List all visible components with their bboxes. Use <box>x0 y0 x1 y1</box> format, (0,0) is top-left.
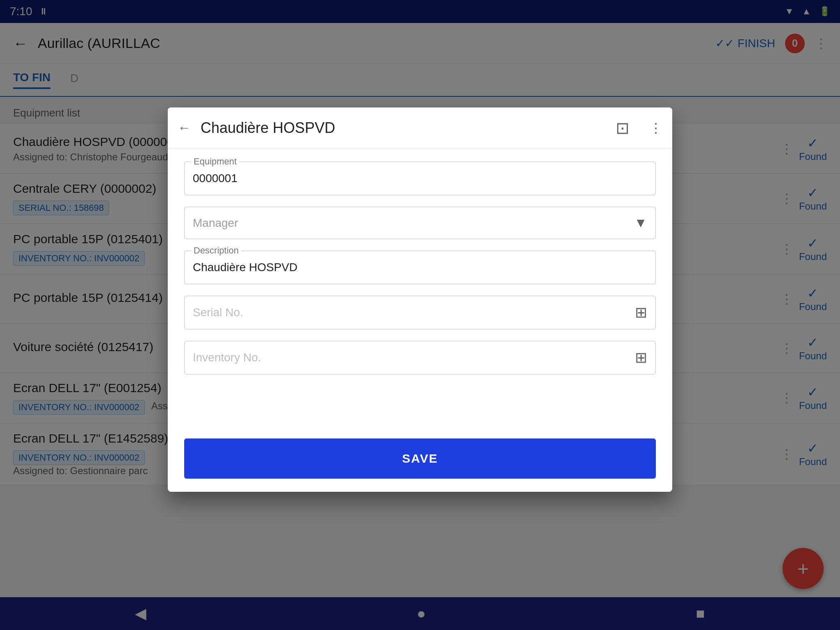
description-input[interactable] <box>185 251 655 284</box>
equipment-label: Equipment <box>191 156 239 167</box>
dialog-back-button[interactable]: ← <box>178 120 191 135</box>
description-field: Description <box>184 251 656 284</box>
equipment-field: Equipment <box>184 162 656 195</box>
barcode-scan-icon[interactable]: ⊞ <box>627 304 655 321</box>
save-button[interactable]: SAVE <box>184 438 656 479</box>
manager-field: Manager ▼ <box>184 207 656 239</box>
serial-no-input[interactable] <box>185 296 627 329</box>
manager-label: Manager <box>193 217 634 230</box>
serial-no-field: ⊞ <box>184 296 656 329</box>
equipment-input[interactable] <box>185 162 655 195</box>
barcode-scan-icon-2[interactable]: ⊞ <box>627 349 655 366</box>
inventory-no-input[interactable] <box>185 341 627 374</box>
equipment-dialog: ← Chaudière HOSPVD ⊡ ⋮ Equipment Manager… <box>168 107 672 492</box>
spacer <box>184 386 656 419</box>
description-label: Description <box>191 245 241 256</box>
dialog-content: Equipment Manager ▼ Description ⊞ <box>168 148 672 432</box>
inventory-no-field: ⊞ <box>184 341 656 374</box>
dropdown-arrow-icon: ▼ <box>634 215 647 231</box>
dialog-title: Chaudière HOSPVD <box>201 119 606 137</box>
dialog-more-icon[interactable]: ⋮ <box>649 120 662 136</box>
dialog-toolbar: ← Chaudière HOSPVD ⊡ ⋮ <box>168 107 672 148</box>
dialog-paste-icon[interactable]: ⊡ <box>616 119 630 137</box>
manager-dropdown[interactable]: Manager ▼ <box>184 207 656 239</box>
